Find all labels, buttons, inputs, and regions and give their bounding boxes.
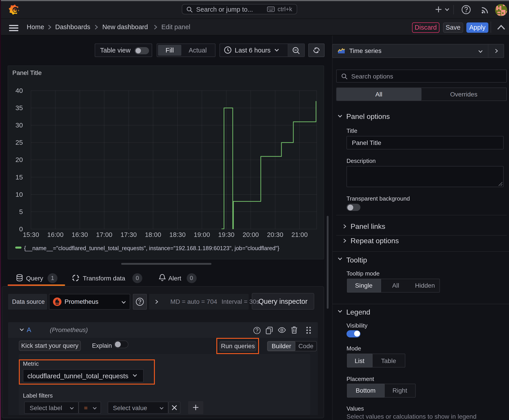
svg-text:18:00: 18:00	[145, 231, 161, 238]
svg-text:20:30: 20:30	[267, 231, 283, 238]
svg-text:25: 25	[15, 138, 23, 146]
svg-text:17:30: 17:30	[120, 231, 137, 238]
svg-text:15:30: 15:30	[23, 231, 39, 238]
svg-text:16:30: 16:30	[71, 231, 88, 238]
svg-text:21:00: 21:00	[291, 231, 308, 238]
svg-text:19:30: 19:30	[218, 231, 234, 238]
svg-text:5: 5	[19, 208, 23, 215]
svg-text:18:30: 18:30	[169, 231, 186, 238]
svg-text:15: 15	[15, 173, 23, 181]
svg-text:17:00: 17:00	[96, 231, 112, 238]
svg-text:35: 35	[15, 104, 23, 111]
svg-text:10: 10	[15, 190, 23, 198]
svg-text:40: 40	[15, 87, 23, 94]
svg-text:30: 30	[15, 121, 23, 128]
svg-text:20: 20	[15, 156, 23, 163]
svg-text:20:00: 20:00	[242, 231, 259, 238]
svg-text:0: 0	[19, 225, 23, 232]
svg-text:16:00: 16:00	[47, 231, 63, 238]
svg-text:{__name__="cloudflared_tunnel_: {__name__="cloudflared_tunnel_total_requ…	[24, 245, 279, 251]
svg-text:19:00: 19:00	[193, 231, 210, 238]
